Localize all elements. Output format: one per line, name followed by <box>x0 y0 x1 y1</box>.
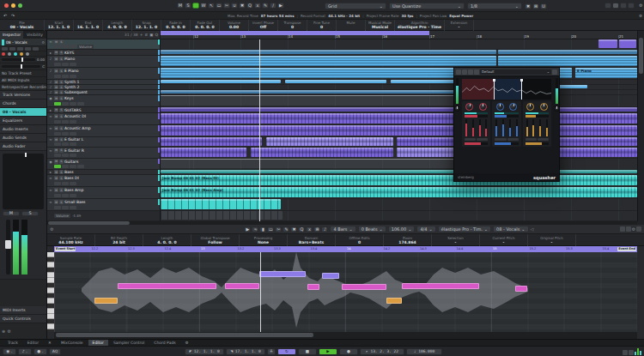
info-field-start[interactable]: Start12. 1. 1. 0 <box>45 20 74 31</box>
track-row-bass-di[interactable]: ≈MSBass DI <box>47 175 160 187</box>
arrange-lane-bass-di[interactable]: Jazz Bump 06 01 02 (Bass DI) <box>161 175 637 187</box>
inserts-state-button[interactable] <box>70 165 76 168</box>
record-button[interactable]: ● <box>339 348 358 355</box>
mute-button[interactable]: M <box>54 137 58 142</box>
locator-lock-icon[interactable]: ≙ <box>267 348 276 355</box>
edit-channel-button[interactable] <box>54 154 61 157</box>
glue-tool-icon[interactable]: ∪ <box>231 3 238 9</box>
inspector-section-midi-inserts[interactable]: MIDI Inserts <box>0 306 46 315</box>
automation-icon[interactable] <box>26 52 29 56</box>
snap-icon[interactable]: ⊞ <box>313 226 320 232</box>
info-field-fine-tune[interactable]: Fine Tune0 <box>307 20 337 31</box>
solo-button[interactable]: S <box>59 188 64 192</box>
volume-chip[interactable]: Volume <box>77 45 94 49</box>
event[interactable] <box>161 50 496 54</box>
inspector-button-1[interactable] <box>9 47 15 51</box>
event[interactable] <box>498 56 637 66</box>
band-fader-1[interactable] <box>502 119 504 136</box>
edit-channel-button[interactable] <box>54 63 61 66</box>
band-low-knob-1[interactable] <box>479 103 487 111</box>
arrange-lane-track-0[interactable] <box>161 39 637 50</box>
info-field-algorithm[interactable]: Algorithmélastique Pro - Time <box>395 20 445 31</box>
lane-parameter-label[interactable]: Volume <box>54 214 70 218</box>
edit-channel-button[interactable] <box>54 132 61 136</box>
track-row-acoustic-amp[interactable]: ≈MSAcoustic Amp <box>47 125 160 137</box>
mute-button[interactable]: M <box>54 126 58 130</box>
play-tool-icon[interactable]: ▶ <box>277 3 284 9</box>
add-section-icon[interactable]: ⊕ <box>2 329 5 334</box>
arrange-lane-e-guitar-l[interactable] <box>161 137 637 148</box>
arrange-lane-acoustic-di[interactable] <box>161 113 637 125</box>
inspector-button-2[interactable] <box>17 47 23 51</box>
edit-channel-button[interactable] <box>54 45 61 48</box>
variaudio-segment-8[interactable] <box>402 283 479 289</box>
track-header-add-track-icon[interactable]: + <box>140 33 143 37</box>
variaudio-segment-9[interactable] <box>515 286 527 292</box>
arrange-lane-keys[interactable] <box>161 50 637 56</box>
band-out-chip[interactable] <box>477 138 488 141</box>
edit-channel-button[interactable] <box>54 120 61 124</box>
band-low-knob-0[interactable] <box>465 103 473 111</box>
redo-icon[interactable]: ↷ <box>11 13 15 18</box>
band-fader-3[interactable] <box>485 119 487 136</box>
plugin-preset-select[interactable]: Default⌄ <box>480 69 551 75</box>
cycle-region[interactable] <box>161 31 429 35</box>
event[interactable] <box>161 56 496 66</box>
fader-solo-button[interactable]: S <box>21 211 39 216</box>
info-field-invert-phase[interactable]: Invert PhaseOff <box>249 20 278 31</box>
solo-button[interactable]: S <box>59 51 64 55</box>
inspector-section-quick-controls[interactable]: Quick Controls <box>0 315 46 323</box>
track-header-filter-icon[interactable]: ≋ <box>144 33 148 37</box>
arrange-lane-e-piano[interactable]: E PianoE Piano <box>161 68 637 80</box>
mute-button[interactable]: M <box>54 188 58 192</box>
track-row-acoustic-di[interactable]: ≈MSAcoustic DI <box>47 113 160 125</box>
event[interactable] <box>161 113 637 124</box>
vertical-scrollbar[interactable] <box>637 31 644 221</box>
solo-button[interactable]: S <box>59 126 64 130</box>
inspector-section-08-vocals[interactable]: 08 - Vocals <box>0 108 46 117</box>
event[interactable] <box>498 50 637 54</box>
zone-left-icon[interactable] <box>620 226 625 232</box>
erase-tool-icon[interactable]: ✖ <box>239 3 246 9</box>
zoom-icon[interactable]: Q <box>298 226 305 232</box>
mute-button[interactable]: M <box>54 90 58 94</box>
aq-button[interactable]: AQ <box>49 348 61 355</box>
inserts-state-button[interactable] <box>62 120 69 124</box>
eq-state-button[interactable] <box>70 63 76 66</box>
band-fader-2[interactable] <box>509 119 511 136</box>
plugin-activate-icon[interactable] <box>456 69 461 75</box>
event[interactable] <box>161 199 281 209</box>
band-fader-2[interactable] <box>479 119 481 136</box>
plugin-menu-icon[interactable] <box>552 69 557 75</box>
snap-grid-icon[interactable]: ⊞ <box>532 3 539 9</box>
spectrum-display[interactable] <box>462 79 551 100</box>
editor-ruler[interactable]: 12.212.312.41313.213.313.41414.214.314.4… <box>54 246 637 252</box>
fader-mute-button[interactable]: M <box>3 211 20 216</box>
info-field-file[interactable]: File08 - Vocals <box>0 20 45 31</box>
arrange-lane-piano[interactable] <box>161 56 637 68</box>
band-fader-2[interactable] <box>539 119 541 136</box>
inserts-state-button[interactable] <box>62 63 69 66</box>
split-tool-icon[interactable]: ✂ <box>223 3 230 9</box>
mute-button[interactable]: M <box>54 160 58 164</box>
mute-button[interactable]: M <box>54 85 58 89</box>
band-high-knob-1[interactable] <box>540 103 548 111</box>
solo-button[interactable]: S <box>59 160 64 164</box>
solo-editor-icon[interactable]: ▶ <box>244 226 251 232</box>
zoom-button[interactable] <box>18 3 22 8</box>
edit-channel-button[interactable] <box>62 102 69 106</box>
piano-key[interactable] <box>47 329 54 332</box>
band-in-chip[interactable] <box>495 138 506 141</box>
track-row-e-guitar-l[interactable]: ≈MSE Guitar L <box>47 137 160 148</box>
inspector-section-equalizers[interactable]: Equalizers <box>0 117 46 125</box>
play-button[interactable]: ▶ <box>319 348 337 355</box>
layout-button-3[interactable] <box>628 3 635 9</box>
inserts-state-button[interactable] <box>62 132 69 136</box>
zoom-tool-icon[interactable]: Q <box>246 3 253 9</box>
event[interactable] <box>556 85 587 88</box>
line-tool-icon[interactable]: / <box>270 3 276 9</box>
info-field-snap[interactable]: Snap12. 1. 1. 0 <box>132 20 161 31</box>
variaudio-segment-4[interactable] <box>307 284 319 290</box>
mute-button[interactable]: M <box>54 200 58 204</box>
mute-button[interactable]: M <box>54 176 58 180</box>
